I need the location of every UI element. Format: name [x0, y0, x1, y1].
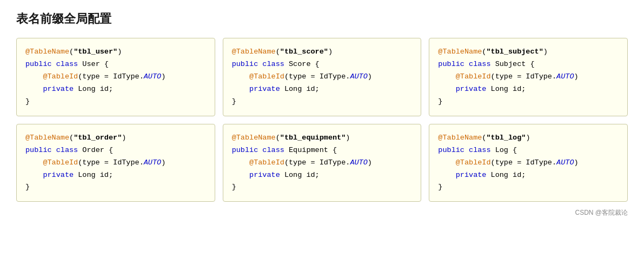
class-line: public class Log { — [438, 144, 619, 157]
close-brace: } — [25, 181, 206, 194]
private-line: private Long id; — [438, 169, 619, 182]
private-line: private Long id; — [232, 169, 413, 182]
tableid-line: @TableId(type = IdType.AUTO) — [25, 71, 206, 83]
footer: CSDN @客院裁论 — [16, 208, 628, 217]
class-line: public class User { — [25, 58, 206, 71]
close-brace: } — [438, 181, 619, 194]
close-brace: } — [232, 181, 413, 194]
annotation-line: @TableName("tbl_user") — [25, 46, 206, 58]
annotation-line: @TableName("tbl_log") — [438, 132, 619, 144]
close-brace: } — [25, 96, 206, 108]
annotation-line: @TableName("tbl_order") — [25, 132, 206, 144]
card-user: @TableName("tbl_user") public class User… — [16, 38, 215, 116]
class-line: public class Subject { — [438, 58, 619, 71]
card-order: @TableName("tbl_order") public class Ord… — [16, 124, 215, 202]
annotation-line: @TableName("tbl_score") — [232, 46, 413, 58]
private-line: private Long id; — [25, 83, 206, 96]
class-line: public class Order { — [25, 144, 206, 157]
class-line: public class Score { — [232, 58, 413, 71]
tableid-line: @TableId(type = IdType.AUTO) — [232, 157, 413, 169]
tableid-line: @TableId(type = IdType.AUTO) — [25, 157, 206, 169]
tableid-line: @TableId(type = IdType.AUTO) — [232, 71, 413, 83]
tableid-line: @TableId(type = IdType.AUTO) — [438, 71, 619, 83]
card-score: @TableName("tbl_score") public class Sco… — [223, 38, 422, 116]
card-equipment: @TableName("tbl_equipment") public class… — [223, 124, 422, 202]
card-log: @TableName("tbl_log") public class Log {… — [429, 124, 628, 202]
page-title: 表名前缀全局配置 — [16, 11, 628, 27]
class-line: public class Equipment { — [232, 144, 413, 157]
private-line: private Long id; — [25, 169, 206, 182]
close-brace: } — [438, 96, 619, 108]
annotation-line: @TableName("tbl_subject") — [438, 46, 619, 58]
private-line: private Long id; — [232, 83, 413, 96]
code-grid: @TableName("tbl_user") public class User… — [16, 38, 628, 202]
annotation-line: @TableName("tbl_equipment") — [232, 132, 413, 144]
close-brace: } — [232, 96, 413, 108]
tableid-line: @TableId(type = IdType.AUTO) — [438, 157, 619, 169]
card-subject: @TableName("tbl_subject") public class S… — [429, 38, 628, 116]
private-line: private Long id; — [438, 83, 619, 96]
